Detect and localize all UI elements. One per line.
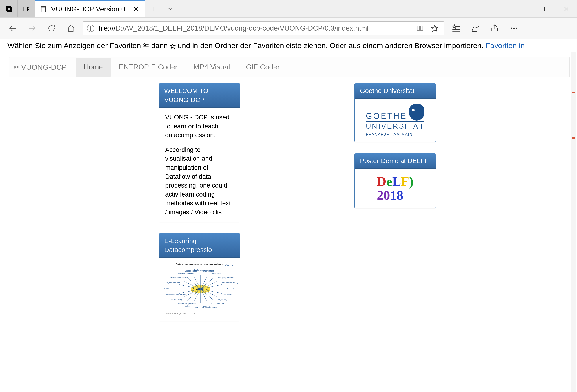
- notes-icon[interactable]: [468, 21, 482, 36]
- elearning-card-title: E-Learning Datacompressio: [159, 233, 240, 258]
- diagram-node: Human being: [170, 298, 182, 301]
- diagram-node: Information theory: [222, 282, 238, 284]
- favorites-bar-hint: Wählen Sie zum Anzeigen der Favoriten da…: [0, 39, 577, 52]
- svg-rect-1: [7, 7, 11, 11]
- back-button[interactable]: [6, 21, 20, 36]
- welcome-card: WELLCOM TO VUONG-DCP VUONG - DCP is used…: [159, 83, 240, 222]
- tab-title: VUONG-DCP Version 0.: [51, 5, 128, 13]
- welcome-text-2: According to visualisation and manipulat…: [165, 145, 234, 217]
- svg-point-21: [513, 28, 515, 29]
- diagram-node: Source codes: [185, 270, 197, 272]
- goethe-card-title: Goethe Universität: [355, 83, 436, 99]
- delfi-logo-image: DeLF) 2018: [377, 175, 414, 202]
- right-column: Goethe Universität GOETHE UNIVERSITÄT FR…: [355, 83, 436, 321]
- diagram-node: Lossy compression: [177, 272, 193, 275]
- vertical-scrollbar[interactable]: [571, 52, 576, 392]
- scroll-mark: [572, 137, 576, 139]
- url-text: file:///D:/AV_2018/1_DELFI_2018/DEMO/vuo…: [99, 24, 411, 32]
- close-window-button[interactable]: [556, 0, 577, 17]
- show-aside-tabs-icon[interactable]: [18, 0, 35, 17]
- svg-rect-3: [41, 6, 45, 12]
- browser-window: VUONG-DCP Version 0. ✕ i file:///D:/AV_2…: [0, 0, 577, 392]
- nav-item-home[interactable]: Home: [76, 58, 111, 76]
- diagram-node: Audio: [164, 287, 169, 290]
- brand-label: VUONG-DCP: [21, 63, 67, 71]
- svg-point-22: [516, 28, 517, 29]
- diagram-node: Physiology: [218, 298, 228, 301]
- diagram-node: Lossless compression: [177, 303, 196, 305]
- diagram-node: Redundancy reduction: [166, 293, 186, 295]
- address-bar[interactable]: i file:///D:/AV_2018/1_DELFI_2018/DEMO/v…: [83, 21, 444, 36]
- left-column: WELLCOM TO VUONG-DCP VUONG - DCP is used…: [159, 83, 240, 321]
- goethe-card: Goethe Universität GOETHE UNIVERSITÄT FR…: [355, 83, 436, 142]
- tab-strip: VUONG-DCP Version 0. ✕: [0, 0, 179, 17]
- svg-marker-23: [143, 43, 146, 46]
- scroll-mark: [572, 92, 576, 93]
- favorites-list-icon[interactable]: [449, 21, 463, 36]
- diagram-node: Band width: [211, 272, 221, 275]
- window-controls: [516, 0, 577, 17]
- favorite-star-icon[interactable]: [430, 24, 440, 32]
- welcome-text-1: VUONG - DCP is used to learn or to teach…: [165, 113, 234, 140]
- maximize-button[interactable]: [536, 0, 556, 17]
- svg-marker-15: [452, 25, 456, 28]
- favorites-import-link[interactable]: Favoriten in: [486, 41, 525, 50]
- nav-item-entropie-coder[interactable]: ENTROPIE Coder: [111, 58, 186, 76]
- forward-button[interactable]: [25, 21, 39, 36]
- nav-item-mp4-visual[interactable]: MP4 Visual: [186, 58, 238, 76]
- page-icon: [40, 6, 47, 12]
- more-icon[interactable]: [507, 21, 521, 36]
- delfi-card-title: Poster Demo at DELFI: [355, 153, 436, 169]
- scissors-icon: ✂: [14, 63, 19, 71]
- svg-marker-14: [432, 25, 438, 32]
- diagram-node: Psycho-acoustic: [166, 282, 180, 284]
- share-icon[interactable]: [488, 21, 502, 36]
- svg-rect-8: [544, 7, 548, 11]
- tab-dropdown-icon[interactable]: [162, 0, 179, 17]
- svg-marker-27: [170, 44, 175, 48]
- diagram-node: Stochastics: [222, 293, 232, 295]
- diagram-node: Sampling theorem: [218, 277, 234, 279]
- diagram-node: Color space: [224, 287, 234, 290]
- tab-active[interactable]: VUONG-DCP Version 0. ✕: [35, 0, 145, 17]
- svg-point-20: [511, 28, 512, 29]
- close-tab-icon[interactable]: ✕: [132, 4, 140, 14]
- minimize-button[interactable]: [516, 0, 536, 17]
- title-bar: VUONG-DCP Version 0. ✕: [0, 0, 577, 18]
- svg-rect-0: [6, 6, 10, 10]
- home-button[interactable]: [64, 21, 78, 36]
- page-content: ✂ VUONG-DCP HomeENTROPIE CoderMP4 Visual…: [0, 52, 577, 392]
- star-small-icon: [170, 41, 178, 50]
- diagram-node: Irrelevance reduction: [170, 277, 188, 279]
- delfi-card: Poster Demo at DELFI DeLF) 2018: [355, 153, 436, 209]
- diagram-node: Video: [185, 305, 190, 307]
- favorites-list-small-icon: [143, 41, 151, 50]
- svg-rect-2: [24, 7, 28, 11]
- info-icon[interactable]: i: [87, 25, 94, 32]
- diagram-node: Code methods: [211, 303, 224, 305]
- refresh-button[interactable]: [44, 21, 59, 36]
- diagram-node: Orthogonal Transformation: [194, 306, 217, 308]
- goethe-logo-image: GOETHE UNIVERSITÄT FRANKFURT AM MAIN: [366, 104, 425, 137]
- reading-view-icon[interactable]: [415, 25, 425, 32]
- diagram-node: Quantization: [203, 270, 215, 272]
- nav-item-gif-coder[interactable]: GIF Coder: [238, 58, 288, 76]
- diagram-image: GOETHE Data compression: a complex subje…: [164, 263, 235, 316]
- set-aside-tabs-icon[interactable]: [0, 0, 18, 17]
- new-tab-button[interactable]: [145, 0, 162, 17]
- welcome-card-title: WELLCOM TO VUONG-DCP: [159, 83, 240, 107]
- site-navbar: ✂ VUONG-DCP HomeENTROPIE CoderMP4 Visual…: [9, 57, 570, 77]
- toolbar: i file:///D:/AV_2018/1_DELFI_2018/DEMO/v…: [0, 18, 577, 39]
- brand[interactable]: ✂ VUONG-DCP: [14, 63, 67, 71]
- elearning-card: E-Learning Datacompressio GOETHE Data co…: [159, 233, 240, 321]
